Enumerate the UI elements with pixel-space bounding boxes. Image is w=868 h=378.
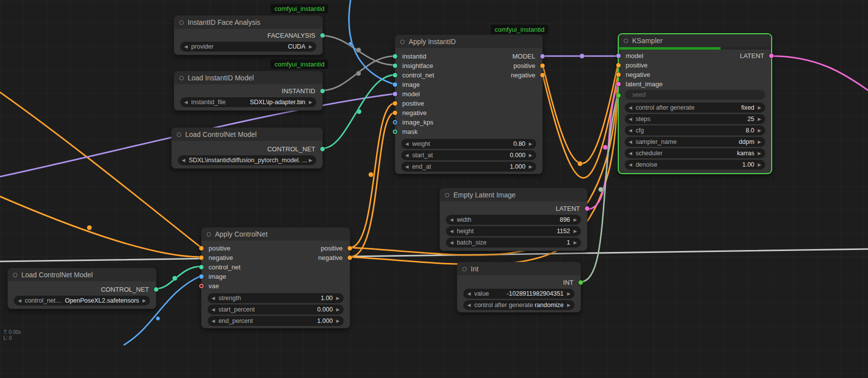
controlnet-name-widget[interactable]: ◀ control_net_n... OpenPoseXL2.safetenso… xyxy=(14,296,150,306)
link-midpoint[interactable] xyxy=(356,71,361,76)
input-slot-instantid[interactable] xyxy=(393,54,397,59)
collapse-dot-icon[interactable] xyxy=(624,39,628,43)
decrement-arrow-icon[interactable]: ◀ xyxy=(629,105,632,110)
end-percent-widget[interactable]: ◀ end_percent 1.000 ▶ xyxy=(208,316,344,326)
output-slot-control-net[interactable] xyxy=(154,287,158,292)
batch-size-widget[interactable]: ◀ batch_size 1 ▶ xyxy=(446,238,581,248)
increment-arrow-icon[interactable]: ▶ xyxy=(574,217,577,222)
decrement-arrow-icon[interactable]: ◀ xyxy=(405,153,409,158)
output-slot-negative[interactable] xyxy=(348,255,352,260)
node-title-bar[interactable]: InstantID Face Analysis xyxy=(174,16,322,29)
decrement-arrow-icon[interactable]: ◀ xyxy=(467,303,471,308)
output-slot-model[interactable] xyxy=(540,54,545,59)
node-title-bar[interactable]: KSampler xyxy=(619,34,771,47)
decrement-arrow-icon[interactable]: ◀ xyxy=(212,296,215,301)
link-midpoint[interactable] xyxy=(349,42,353,46)
link-midpoint[interactable] xyxy=(598,187,603,192)
decrement-arrow-icon[interactable]: ◀ xyxy=(184,44,188,49)
input-slot-control-net[interactable] xyxy=(199,265,204,269)
collapse-dot-icon[interactable] xyxy=(462,267,467,271)
decrement-arrow-icon[interactable]: ◀ xyxy=(450,229,453,234)
link-midpoint[interactable] xyxy=(578,161,582,166)
node-title-bar[interactable]: Load ControlNet Model xyxy=(8,268,156,281)
control-after-generate-widget[interactable]: ◀ control after generate fixed ▶ xyxy=(625,103,765,113)
input-slot-model[interactable] xyxy=(616,54,621,58)
output-slot-latent[interactable] xyxy=(769,54,774,58)
node-title-bar[interactable]: Empty Latent Image xyxy=(440,189,587,201)
link-midpoint[interactable] xyxy=(356,48,361,53)
cfg-widget[interactable]: ◀ cfg 8.0 ▶ xyxy=(625,126,765,135)
collapse-dot-icon[interactable] xyxy=(400,40,405,44)
end-at-widget[interactable]: ◀ end_at 1.000 ▶ xyxy=(401,162,536,172)
increment-arrow-icon[interactable]: ▶ xyxy=(567,303,571,308)
control-after-generate-widget[interactable]: ◀ control after generate randomize ▶ xyxy=(463,300,575,310)
input-slot-latent-image[interactable] xyxy=(616,82,621,86)
node-title-bar[interactable]: Load InstantID Model xyxy=(174,71,322,84)
start-percent-widget[interactable]: ◀ start_percent 0.000 ▶ xyxy=(208,305,344,315)
increment-arrow-icon[interactable]: ▶ xyxy=(529,141,532,146)
input-slot-model[interactable] xyxy=(393,92,397,96)
node-title-bar[interactable]: Apply ControlNet xyxy=(202,228,350,241)
input-slot-mask[interactable] xyxy=(393,129,397,134)
output-slot-latent[interactable] xyxy=(585,206,589,211)
weight-widget[interactable]: ◀ weight 0.80 ▶ xyxy=(401,139,536,149)
increment-arrow-icon[interactable]: ▶ xyxy=(758,128,761,133)
link-midpoint[interactable] xyxy=(87,225,92,230)
increment-arrow-icon[interactable]: ▶ xyxy=(143,298,146,303)
decrement-arrow-icon[interactable]: ◀ xyxy=(212,307,215,312)
controlnet-file-widget[interactable]: ◀ SDXL\instantid\diffusion_pytorch_model… xyxy=(178,155,316,165)
node-ksampler[interactable]: KSampler model LATENT positive negative … xyxy=(618,33,772,174)
collapse-dot-icon[interactable] xyxy=(179,76,184,80)
increment-arrow-icon[interactable]: ▶ xyxy=(309,44,312,49)
node-load-controlnet-model-bottom[interactable]: Load ControlNet Model CONTROL_NET ◀ cont… xyxy=(7,268,156,309)
output-slot-instantid[interactable] xyxy=(320,89,325,93)
input-slot-insightface[interactable] xyxy=(393,63,397,68)
input-slot-negative[interactable] xyxy=(616,72,621,77)
node-load-instantid-model[interactable]: Load InstantID Model INSTANTID ◀ instant… xyxy=(174,71,323,111)
increment-arrow-icon[interactable]: ▶ xyxy=(567,291,571,296)
node-load-controlnet-model-upper[interactable]: Load ControlNet Model CONTROL_NET ◀ SDXL… xyxy=(171,127,323,169)
decrement-arrow-icon[interactable]: ◀ xyxy=(467,291,471,296)
sampler-name-widget[interactable]: ◀ sampler_name ddpm ▶ xyxy=(625,137,765,147)
node-graph-canvas[interactable]: comfyui_instantid comfyui_instantid comf… xyxy=(0,0,868,378)
increment-arrow-icon[interactable]: ▶ xyxy=(309,158,312,163)
decrement-arrow-icon[interactable]: ◀ xyxy=(405,141,409,146)
input-slot-negative[interactable] xyxy=(199,255,204,260)
output-slot-positive[interactable] xyxy=(348,246,352,251)
steps-widget[interactable]: ◀ steps 25 ▶ xyxy=(625,114,765,124)
link-midpoint[interactable] xyxy=(603,145,608,150)
collapse-dot-icon[interactable] xyxy=(177,132,181,137)
node-int[interactable]: Int INT ◀ value -1028911982904351 ▶ ◀ co… xyxy=(457,262,581,313)
increment-arrow-icon[interactable]: ▶ xyxy=(574,229,577,234)
increment-arrow-icon[interactable]: ▶ xyxy=(529,164,532,169)
decrement-arrow-icon[interactable]: ◀ xyxy=(182,158,185,163)
increment-arrow-icon[interactable]: ▶ xyxy=(336,318,340,323)
decrement-arrow-icon[interactable]: ◀ xyxy=(629,117,632,122)
input-slot-image[interactable] xyxy=(393,82,397,87)
provider-widget[interactable]: ◀ provider CUDA ▶ xyxy=(180,42,316,52)
denoise-widget[interactable]: ◀ denoise 1.00 ▶ xyxy=(625,160,765,170)
increment-arrow-icon[interactable]: ▶ xyxy=(336,307,340,312)
input-slot-positive[interactable] xyxy=(199,246,204,251)
decrement-arrow-icon[interactable]: ◀ xyxy=(212,318,215,323)
decrement-arrow-icon[interactable]: ◀ xyxy=(629,139,632,144)
width-widget[interactable]: ◀ width 896 ▶ xyxy=(446,215,581,225)
decrement-arrow-icon[interactable]: ◀ xyxy=(450,240,453,245)
output-slot-control-net[interactable] xyxy=(320,147,325,151)
input-slot-positive[interactable] xyxy=(393,101,397,106)
collapse-dot-icon[interactable] xyxy=(445,193,449,197)
input-slot-image-kps[interactable] xyxy=(393,120,397,125)
decrement-arrow-icon[interactable]: ◀ xyxy=(629,162,632,167)
height-widget[interactable]: ◀ height 1152 ▶ xyxy=(446,226,581,236)
collapse-dot-icon[interactable] xyxy=(13,273,17,277)
node-instantid-face-analysis[interactable]: InstantID Face Analysis FACEANALYSIS ◀ p… xyxy=(174,15,323,55)
input-slot-image[interactable] xyxy=(199,274,204,279)
collapse-dot-icon[interactable] xyxy=(207,232,211,237)
increment-arrow-icon[interactable]: ▶ xyxy=(309,100,312,105)
start-at-widget[interactable]: ◀ start_at 0.000 ▶ xyxy=(401,150,536,160)
increment-arrow-icon[interactable]: ▶ xyxy=(758,151,761,156)
node-apply-instantid[interactable]: Apply InstantID instantid MODEL insightf… xyxy=(395,35,543,174)
increment-arrow-icon[interactable]: ▶ xyxy=(758,117,761,122)
decrement-arrow-icon[interactable]: ◀ xyxy=(405,164,409,169)
output-slot-positive[interactable] xyxy=(540,63,545,68)
